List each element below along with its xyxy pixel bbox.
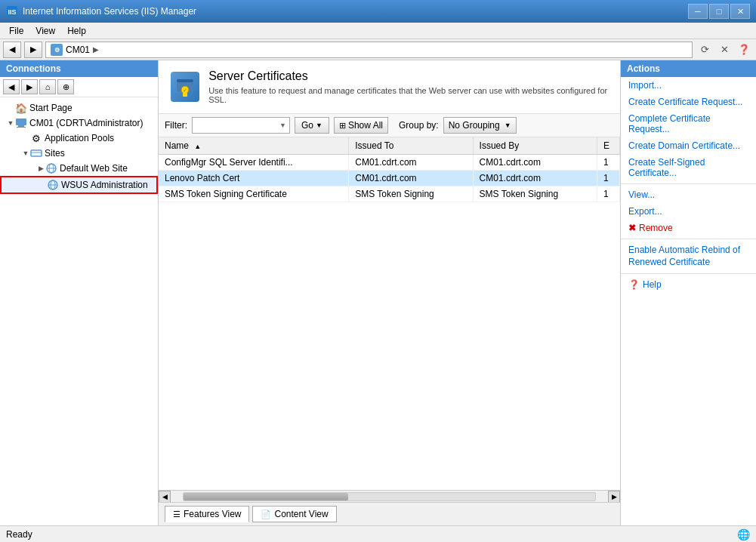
cert-table: Name ▲ Issued To Issued By E bbox=[159, 137, 620, 202]
back-button[interactable]: ◀ bbox=[3, 42, 21, 58]
menu-view[interactable]: View bbox=[29, 24, 61, 38]
tree-item-start-page[interactable]: 🏠 Start Page bbox=[0, 100, 158, 115]
table-row[interactable]: Lenovo Patch Cert CM01.cdrt.com CM01.cdr… bbox=[159, 171, 620, 186]
content-title: Server Certificates bbox=[208, 69, 608, 83]
tree-arrow-app-pools bbox=[21, 134, 30, 143]
connections-home-btn[interactable]: ⌂ bbox=[39, 79, 56, 94]
action-create-cert-req-label: Create Certificate Request... bbox=[628, 97, 742, 107]
tree-item-sites[interactable]: ▼ Sites bbox=[0, 146, 158, 161]
content-area: ✓ Server Certificates Use this feature t… bbox=[159, 60, 620, 525]
cell-e: 1 bbox=[597, 186, 620, 202]
show-all-button[interactable]: ⊞ Show All bbox=[334, 117, 388, 134]
content-toolbar: Filter: ▼ Go ▼ ⊞ Show All Group by: No G… bbox=[159, 114, 620, 137]
svg-text:✓: ✓ bbox=[183, 88, 187, 93]
address-field[interactable]: ⚙ CM01 ▶ bbox=[45, 42, 693, 58]
scrollbar-track[interactable] bbox=[183, 492, 596, 501]
wsus-icon bbox=[47, 179, 59, 191]
connections-back-btn[interactable]: ◀ bbox=[3, 79, 20, 94]
cell-e: 1 bbox=[597, 171, 620, 186]
tree-arrow-default-web[interactable]: ▶ bbox=[36, 164, 45, 173]
action-import-label: Import... bbox=[628, 80, 662, 91]
tree-arrow-cm01[interactable]: ▼ bbox=[6, 119, 15, 128]
stop-button[interactable]: ✕ bbox=[715, 42, 733, 58]
tree-item-wsus[interactable]: WSUS Administration bbox=[0, 176, 158, 194]
tree-label-wsus: WSUS Administration bbox=[61, 180, 148, 190]
col-issued-to[interactable]: Issued To bbox=[349, 137, 473, 155]
connections-globe-btn[interactable]: ⊕ bbox=[57, 79, 74, 94]
tree-arrow-wsus bbox=[38, 180, 47, 189]
action-complete-cert-req-label: Complete Certificate Request... bbox=[628, 113, 748, 134]
svg-rect-7 bbox=[31, 150, 42, 156]
group-by-label: Group by: bbox=[399, 120, 439, 131]
action-complete-cert-req[interactable]: Complete Certificate Request... bbox=[621, 110, 756, 137]
cell-name: ConfigMgr SQL Server Identifi... bbox=[159, 155, 349, 171]
cert-table-wrapper[interactable]: Name ▲ Issued To Issued By E bbox=[159, 137, 620, 490]
forward-button[interactable]: ▶ bbox=[24, 42, 42, 58]
minimize-button[interactable]: ─ bbox=[688, 4, 708, 19]
help-toolbar-button[interactable]: ❓ bbox=[735, 42, 753, 58]
action-import[interactable]: Import... bbox=[621, 77, 756, 94]
cell-issued-by: SMS Token Signing bbox=[473, 186, 597, 202]
cert-table-body: ConfigMgr SQL Server Identifi... CM01.cd… bbox=[159, 155, 620, 202]
go-label: Go bbox=[301, 120, 313, 131]
sites-icon bbox=[30, 147, 42, 159]
svg-text:⚙: ⚙ bbox=[54, 47, 60, 54]
svg-rect-4 bbox=[16, 119, 26, 125]
content-view-icon: 📄 bbox=[261, 510, 271, 519]
action-create-self-signed[interactable]: Create Self-Signed Certificate... bbox=[621, 154, 756, 181]
action-create-cert-req[interactable]: Create Certificate Request... bbox=[621, 94, 756, 110]
go-button[interactable]: Go ▼ bbox=[295, 117, 329, 134]
cell-issued-to: CM01.cdrt.com bbox=[349, 155, 473, 171]
tree-label-cm01: CM01 (CDRT\Administrator) bbox=[29, 118, 143, 128]
tree-label-default-web: Default Web Site bbox=[60, 163, 128, 174]
tree-label-start-page: Start Page bbox=[29, 103, 73, 113]
toolbar-icons: ⟳ ✕ ❓ bbox=[696, 42, 753, 58]
connections-forward-btn[interactable]: ▶ bbox=[21, 79, 38, 94]
menu-file[interactable]: File bbox=[3, 24, 29, 38]
tree-label-sites: Sites bbox=[45, 148, 65, 159]
table-row[interactable]: ConfigMgr SQL Server Identifi... CM01.cd… bbox=[159, 155, 620, 171]
tree-arrow-start bbox=[6, 103, 15, 112]
cell-issued-by: CM01.cdrt.com bbox=[473, 155, 597, 171]
action-remove[interactable]: ✖ Remove bbox=[621, 220, 756, 236]
action-sep-3 bbox=[621, 273, 756, 274]
scroll-right-btn[interactable]: ▶ bbox=[608, 491, 620, 503]
tree-label-app-pools: Application Pools bbox=[45, 133, 114, 143]
tree-item-app-pools[interactable]: ⚙ Application Pools bbox=[0, 131, 158, 146]
tree-arrow-sites[interactable]: ▼ bbox=[21, 149, 30, 158]
app-pools-icon: ⚙ bbox=[30, 132, 42, 144]
content-view-label: Content View bbox=[274, 509, 328, 519]
action-remove-label: Remove bbox=[639, 223, 673, 233]
refresh-button[interactable]: ⟳ bbox=[696, 42, 714, 58]
tree-content: 🏠 Start Page ▼ CM01 (CDRT\Administrator) bbox=[0, 97, 158, 525]
action-enable-rebind[interactable]: Enable Automatic Rebind of Renewed Certi… bbox=[621, 242, 756, 271]
tree-item-cm01[interactable]: ▼ CM01 (CDRT\Administrator) bbox=[0, 115, 158, 131]
table-row[interactable]: SMS Token Signing Certificate SMS Token … bbox=[159, 186, 620, 202]
action-help-label: Help bbox=[643, 279, 662, 290]
action-create-domain-cert[interactable]: Create Domain Certificate... bbox=[621, 137, 756, 154]
action-export-label: Export... bbox=[628, 206, 662, 217]
tab-content-view[interactable]: 📄 Content View bbox=[252, 506, 336, 522]
maximize-button[interactable]: □ bbox=[709, 4, 729, 19]
scroll-left-btn[interactable]: ◀ bbox=[159, 491, 171, 503]
filter-input[interactable]: ▼ bbox=[192, 117, 290, 134]
action-export[interactable]: Export... bbox=[621, 203, 756, 220]
action-help[interactable]: ❓ Help bbox=[621, 276, 756, 293]
title-bar: IIS Internet Information Services (IIS) … bbox=[0, 0, 756, 23]
filter-dropdown-arrow[interactable]: ▼ bbox=[279, 122, 286, 129]
address-arrow[interactable]: ▶ bbox=[93, 45, 99, 54]
content-header: ✓ Server Certificates Use this feature t… bbox=[159, 60, 620, 114]
menu-help[interactable]: Help bbox=[61, 24, 92, 38]
col-name[interactable]: Name ▲ bbox=[159, 137, 349, 155]
close-button[interactable]: ✕ bbox=[730, 4, 750, 19]
tab-features-view[interactable]: ☰ Features View bbox=[165, 506, 249, 522]
panel-toolbar: ◀ ▶ ⌂ ⊕ bbox=[0, 77, 158, 97]
action-create-self-signed-label: Create Self-Signed Certificate... bbox=[628, 157, 748, 178]
h-scrollbar[interactable]: ◀ ▶ bbox=[159, 490, 620, 502]
col-issued-by[interactable]: Issued By bbox=[473, 137, 597, 155]
group-by-select[interactable]: No Grouping ▼ bbox=[443, 117, 517, 134]
action-view[interactable]: View... bbox=[621, 186, 756, 203]
tree-item-default-web[interactable]: ▶ Default Web Site bbox=[0, 161, 158, 176]
col-e[interactable]: E bbox=[597, 137, 620, 155]
default-web-icon bbox=[45, 162, 57, 174]
